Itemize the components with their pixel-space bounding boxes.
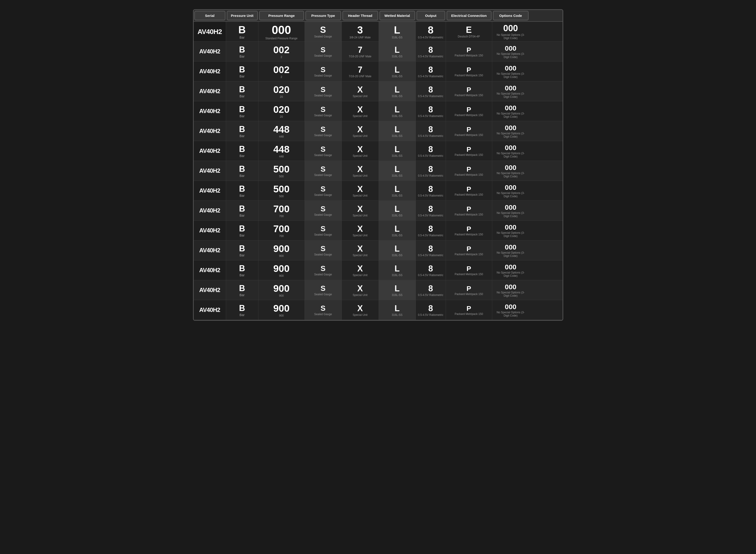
- cell-wetted-material: L 316L-SS: [379, 22, 416, 41]
- cell-options-code: 000 No Special Options (3-Digit Code): [492, 22, 529, 41]
- cell-header-thread: 7 7/16-20 UNF Male: [342, 61, 379, 81]
- cell-pressure-range: 900 900: [258, 260, 305, 280]
- cell-options-code: 000 No Special Options (3-Digit Code): [492, 42, 529, 61]
- cell-electrical-connection: P Packard Metripack 150: [446, 121, 492, 141]
- cell-options-code: 000 No Special Options (3-Digit Code): [492, 300, 529, 320]
- cell-pressure-unit: B Bar: [226, 221, 258, 240]
- cell-pressure-unit: B Bar: [226, 141, 258, 161]
- cell-header-thread: X Special Unit: [342, 81, 379, 101]
- cell-electrical-connection: P Packard Metripack 150: [446, 240, 492, 260]
- cell-options-code: 000 No Special Options (3-Digit Code): [492, 61, 529, 81]
- cell-pressure-unit: B Bar: [226, 240, 258, 260]
- cell-serial: AV40H2: [194, 121, 226, 141]
- cell-electrical-connection: P Packard Metripack 150: [446, 260, 492, 280]
- cell-serial: AV40H2: [194, 22, 226, 41]
- table-row: AV40H2 B Bar 700 700 S Sealed Gauge X Sp…: [194, 221, 562, 240]
- cell-serial: AV40H2: [194, 221, 226, 240]
- cell-wetted-material: L 316L-SS: [379, 161, 416, 180]
- table-header: Serial Pressure Unit Pressure Range Pres…: [194, 10, 562, 22]
- cell-output: 8 0.5-4.5V Ratiometric: [416, 81, 446, 101]
- header-options-code: Options Code: [493, 11, 528, 20]
- table-row: AV40H2 B Bar 020 20 S Sealed Gauge X Spe…: [194, 81, 562, 101]
- cell-output: 8 0.5-4.5V Ratiometric: [416, 280, 446, 300]
- cell-wetted-material: L 316L-SS: [379, 181, 416, 201]
- cell-header-thread: X Special Unit: [342, 161, 379, 180]
- cell-electrical-connection: P Packard Metripack 150: [446, 221, 492, 240]
- cell-wetted-material: L 316L-SS: [379, 300, 416, 320]
- cell-options-code: 000 No Special Options (3-Digit Code): [492, 201, 529, 220]
- cell-pressure-type: S Sealed Gauge: [305, 260, 342, 280]
- cell-wetted-material: L 316L-SS: [379, 260, 416, 280]
- cell-output: 8 0.5-4.5V Ratiometric: [416, 300, 446, 320]
- table-row: AV40H2 B Bar 000 Standard Pressure Range…: [194, 22, 562, 42]
- cell-pressure-range: 448 448: [258, 121, 305, 141]
- cell-electrical-connection: P Packard Metripack 150: [446, 201, 492, 220]
- table-row: AV40H2 B Bar 500 500 S Sealed Gauge X Sp…: [194, 181, 562, 201]
- cell-header-thread: X Special Unit: [342, 221, 379, 240]
- cell-output: 8 0.5-4.5V Ratiometric: [416, 61, 446, 81]
- cell-pressure-type: S Sealed Gauge: [305, 61, 342, 81]
- cell-pressure-unit: B Bar: [226, 121, 258, 141]
- cell-wetted-material: L 316L-SS: [379, 221, 416, 240]
- cell-header-thread: X Special Unit: [342, 280, 379, 300]
- cell-electrical-connection: P Packard Metripack 150: [446, 161, 492, 180]
- table-body: AV40H2 B Bar 000 Standard Pressure Range…: [194, 22, 562, 320]
- cell-pressure-type: S Sealed Gauge: [305, 42, 342, 61]
- cell-output: 8 0.5-4.5V Ratiometric: [416, 260, 446, 280]
- cell-pressure-unit: B Bar: [226, 81, 258, 101]
- cell-output: 8 0.5-4.5V Ratiometric: [416, 240, 446, 260]
- cell-pressure-range: 020 20: [258, 101, 305, 121]
- cell-serial: AV40H2: [194, 240, 226, 260]
- cell-pressure-unit: B Bar: [226, 61, 258, 81]
- cell-pressure-unit: B Bar: [226, 22, 258, 41]
- cell-pressure-range: 900 900: [258, 300, 305, 320]
- cell-header-thread: X Special Unit: [342, 141, 379, 161]
- cell-wetted-material: L 316L-SS: [379, 240, 416, 260]
- cell-options-code: 000 No Special Options (3-Digit Code): [492, 260, 529, 280]
- cell-pressure-unit: B Bar: [226, 161, 258, 180]
- cell-pressure-type: S Sealed Gauge: [305, 141, 342, 161]
- cell-pressure-unit: B Bar: [226, 101, 258, 121]
- cell-pressure-type: S Sealed Gauge: [305, 240, 342, 260]
- cell-header-thread: X Special Unit: [342, 300, 379, 320]
- cell-pressure-type: S Sealed Gauge: [305, 201, 342, 220]
- cell-header-thread: 7 7/16-20 UNF Male: [342, 42, 379, 61]
- table-row: AV40H2 B Bar 448 448 S Sealed Gauge X Sp…: [194, 141, 562, 161]
- main-table: Serial Pressure Unit Pressure Range Pres…: [193, 9, 563, 321]
- header-pressure-range: Pressure Range: [259, 11, 304, 20]
- cell-wetted-material: L 316L-SS: [379, 101, 416, 121]
- cell-wetted-material: L 316L-SS: [379, 141, 416, 161]
- cell-serial: AV40H2: [194, 260, 226, 280]
- cell-header-thread: X Special Unit: [342, 121, 379, 141]
- cell-electrical-connection: P Packard Metripack 150: [446, 300, 492, 320]
- cell-pressure-type: S Sealed Gauge: [305, 101, 342, 121]
- cell-output: 8 0.5-4.5V Ratiometric: [416, 201, 446, 220]
- table-row: AV40H2 B Bar 700 700 S Sealed Gauge X Sp…: [194, 201, 562, 221]
- cell-serial: AV40H2: [194, 141, 226, 161]
- cell-output: 8 0.5-4.5V Ratiometric: [416, 141, 446, 161]
- cell-options-code: 000 No Special Options (3-Digit Code): [492, 161, 529, 180]
- cell-wetted-material: L 316L-SS: [379, 201, 416, 220]
- cell-pressure-unit: B Bar: [226, 181, 258, 201]
- cell-options-code: 000 No Special Options (3-Digit Code): [492, 121, 529, 141]
- cell-header-thread: X Special Unit: [342, 181, 379, 201]
- cell-pressure-unit: B Bar: [226, 260, 258, 280]
- cell-serial: AV40H2: [194, 42, 226, 61]
- cell-pressure-range: 500 500: [258, 161, 305, 180]
- cell-pressure-unit: B Bar: [226, 201, 258, 220]
- header-wetted-material: Wetted Material: [380, 11, 415, 20]
- cell-wetted-material: L 316L-SS: [379, 42, 416, 61]
- cell-wetted-material: L 316L-SS: [379, 280, 416, 300]
- cell-pressure-range: 448 448: [258, 141, 305, 161]
- cell-pressure-range: 900 900: [258, 280, 305, 300]
- table-row: AV40H2 B Bar 500 500 S Sealed Gauge X Sp…: [194, 161, 562, 181]
- cell-options-code: 000 No Special Options (3-Digit Code): [492, 181, 529, 201]
- cell-pressure-type: S Sealed Gauge: [305, 161, 342, 180]
- cell-pressure-range: 900 900: [258, 240, 305, 260]
- header-pressure-type: Pressure Type: [305, 11, 341, 20]
- cell-pressure-range: 002 2: [258, 61, 305, 81]
- cell-header-thread: X Special Unit: [342, 240, 379, 260]
- cell-options-code: 000 No Special Options (3-Digit Code): [492, 280, 529, 300]
- cell-serial: AV40H2: [194, 61, 226, 81]
- cell-serial: AV40H2: [194, 181, 226, 201]
